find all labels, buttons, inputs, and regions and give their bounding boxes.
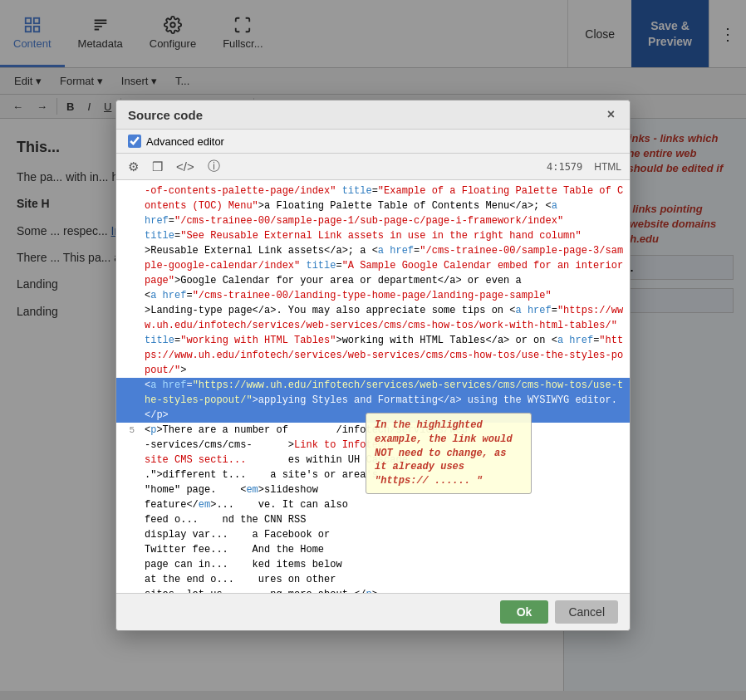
code-line-1: -of-contents-palette-page/index" title="…	[116, 184, 630, 378]
settings-icon-button[interactable]: ⚙	[125, 158, 142, 176]
code-type-badge: HTML	[594, 161, 621, 173]
code-position: 4:1579	[547, 161, 582, 173]
modal-close-button[interactable]: ×	[604, 107, 618, 122]
advanced-editor-checkbox[interactable]	[128, 135, 141, 148]
modal-header: Source code ×	[116, 100, 630, 130]
line-num-1	[116, 184, 141, 198]
modal-overlay: Source code × Advanced editor ⚙ ❒ </> ⓘ …	[0, 0, 746, 700]
modal-subheader: Advanced editor	[116, 130, 630, 154]
code-icon-button[interactable]: </>	[173, 158, 198, 175]
modal-footer: Ok Cancel	[116, 593, 630, 630]
help-icon-button[interactable]: ⓘ	[204, 157, 223, 176]
expand-icon-button[interactable]: ❒	[149, 158, 166, 176]
modal-title: Source code	[128, 108, 203, 122]
cancel-button[interactable]: Cancel	[555, 600, 618, 624]
ok-button[interactable]: Ok	[500, 600, 549, 624]
advanced-editor-checkbox-label[interactable]: Advanced editor	[128, 135, 224, 148]
code-area[interactable]: -of-contents-palette-page/index" title="…	[116, 180, 630, 593]
code-toolbar: ⚙ ❒ </> ⓘ 4:1579 HTML	[116, 154, 630, 180]
line-num-5: 5	[116, 423, 141, 438]
source-code-modal: Source code × Advanced editor ⚙ ❒ </> ⓘ …	[115, 100, 631, 631]
advanced-editor-label: Advanced editor	[146, 135, 224, 148]
line-num-highlighted	[116, 378, 141, 393]
line-content-1: -of-contents-palette-page/index" title="…	[141, 184, 630, 378]
code-tooltip: In the highlighted example, the link wou…	[366, 413, 532, 494]
